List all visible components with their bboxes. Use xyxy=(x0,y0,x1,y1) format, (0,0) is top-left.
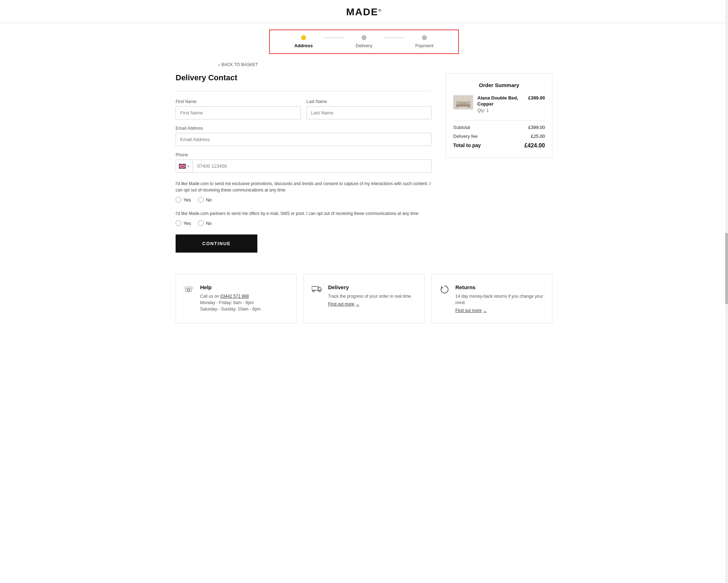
step-payment: Payment xyxy=(405,35,444,48)
returns-card-content: Returns 14 day money-back returns if you… xyxy=(455,284,544,313)
svg-rect-13 xyxy=(457,106,458,108)
consent2-no-text: No xyxy=(206,221,212,226)
consent2-text: I'd like Made.com partners to send me of… xyxy=(176,210,432,217)
form-section: Delivery Contact First Name Last Name Em… xyxy=(176,73,432,253)
consent2-yes-label[interactable]: Yes xyxy=(176,220,191,226)
consent1-yes-text: Yes xyxy=(183,197,191,203)
back-to-basket-label: BACK TO BASKET xyxy=(221,62,258,67)
consent2-radio-row: Yes No xyxy=(176,220,432,226)
steps-box: Address Delivery Payment xyxy=(269,29,459,54)
svg-rect-11 xyxy=(456,101,459,104)
phone-icon: ☏ xyxy=(184,285,194,294)
summary-title: Order Summary xyxy=(453,82,545,88)
consent1-no-text: No xyxy=(206,197,212,203)
step-label-delivery: Delivery xyxy=(356,43,373,48)
summary-item-price: £399.00 xyxy=(528,95,545,101)
returns-icon xyxy=(440,285,449,296)
consent1-radio-row: Yes No xyxy=(176,197,432,203)
svg-rect-12 xyxy=(467,101,470,104)
form-title: Delivery Contact xyxy=(176,73,432,82)
summary-box: Order Summary Alana Double Bed, Copper xyxy=(446,73,552,158)
footer-cards: ☏ Help Call us on 03442 571 888 Monday -… xyxy=(168,274,560,338)
total-label: Total to pay xyxy=(453,142,481,149)
help-phone-number[interactable]: 03442 571 888 xyxy=(220,294,249,299)
consent1-no-radio[interactable] xyxy=(198,197,204,203)
phone-input[interactable] xyxy=(193,160,431,172)
back-chevron-icon: ‹ xyxy=(218,62,220,68)
consent1-section: I'd like Made.com to send me exclusive p… xyxy=(176,180,432,203)
email-group: Email Address xyxy=(176,126,432,146)
help-card-text: Call us on 03442 571 888 Monday - Friday… xyxy=(200,293,261,312)
step-line-2 xyxy=(384,38,405,38)
email-input[interactable] xyxy=(176,133,432,146)
svg-point-17 xyxy=(319,290,321,292)
summary-item-name: Alana Double Bed, Copper xyxy=(477,95,524,107)
consent2-yes-radio[interactable] xyxy=(176,220,181,226)
returns-card-text: 14 day money-back returns if you change … xyxy=(455,293,544,306)
delivery-link-chevron: ⌄ xyxy=(356,302,359,307)
delivery-card-content: Delivery Track the progress of your orde… xyxy=(328,284,412,307)
continue-button[interactable]: CONTINUE xyxy=(176,234,257,253)
consent2-no-radio[interactable] xyxy=(198,220,204,226)
scrollbar-track[interactable] xyxy=(725,0,728,338)
step-delivery: Delivery xyxy=(344,35,384,48)
delivery-label: Delivery fee xyxy=(453,134,478,139)
last-name-input[interactable] xyxy=(306,106,432,119)
summary-item-info: Alana Double Bed, Copper Qty: 1 xyxy=(477,95,524,113)
truck-icon xyxy=(312,285,322,294)
step-dot-delivery xyxy=(362,35,366,40)
first-name-input[interactable] xyxy=(176,106,301,119)
summary-divider xyxy=(453,120,545,120)
returns-card: Returns 14 day money-back returns if you… xyxy=(432,274,552,323)
site-header: MADE® xyxy=(0,0,728,23)
phone-group: Phone ▾ xyxy=(176,152,432,173)
delivery-card-text: Track the progress of your order in real… xyxy=(328,293,412,299)
consent2-yes-text: Yes xyxy=(183,221,191,226)
email-label: Email Address xyxy=(176,126,432,131)
consent2-no-label[interactable]: No xyxy=(198,220,212,226)
checkout-steps: Address Delivery Payment xyxy=(0,23,728,58)
svg-rect-15 xyxy=(312,286,318,290)
bed-icon xyxy=(455,97,471,108)
consent1-no-label[interactable]: No xyxy=(198,197,212,203)
phone-flag-select[interactable]: ▾ xyxy=(176,160,193,172)
help-hours1: Monday - Friday: 8am - 9pm xyxy=(200,300,254,305)
uk-flag-icon xyxy=(179,164,186,169)
consent1-yes-label[interactable]: Yes xyxy=(176,197,191,203)
delivery-find-out-more-link[interactable]: Find out more ⌄ xyxy=(328,302,359,307)
last-name-label: Last Name xyxy=(306,99,432,104)
help-card-content: Help Call us on 03442 571 888 Monday - F… xyxy=(200,284,261,312)
help-card-title: Help xyxy=(200,284,261,290)
summary-item-thumbnail xyxy=(453,95,473,109)
returns-svg xyxy=(440,285,449,294)
delivery-value: £25.00 xyxy=(531,134,545,139)
summary-item-qty: Qty: 1 xyxy=(477,108,524,113)
summary-delivery-line: Delivery fee £25.00 xyxy=(453,134,545,139)
subtotal-value: £399.00 xyxy=(528,125,545,130)
summary-total-line: Total to pay £424.00 xyxy=(453,142,545,149)
returns-card-title: Returns xyxy=(455,284,544,290)
truck-svg xyxy=(312,285,322,292)
step-dot-address xyxy=(301,35,306,40)
svg-point-16 xyxy=(313,290,315,292)
returns-link-chevron: ⌄ xyxy=(483,308,487,313)
step-dot-payment xyxy=(422,35,427,40)
delivery-find-out-more-label: Find out more xyxy=(328,302,354,307)
consent1-yes-radio[interactable] xyxy=(176,197,181,203)
delivery-card: Delivery Track the progress of your orde… xyxy=(304,274,424,323)
name-row: First Name Last Name xyxy=(176,99,432,119)
help-card: ☏ Help Call us on 03442 571 888 Monday -… xyxy=(176,274,296,323)
total-value: £424.00 xyxy=(524,142,545,149)
scrollbar-thumb[interactable] xyxy=(725,233,728,304)
help-call-label: Call us on xyxy=(200,294,219,299)
svg-rect-8 xyxy=(179,166,186,167)
delivery-card-title: Delivery xyxy=(328,284,412,290)
back-to-basket-link[interactable]: ‹ BACK TO BASKET xyxy=(218,62,510,68)
phone-flag-chevron: ▾ xyxy=(187,164,189,168)
step-label-address: Address xyxy=(294,43,313,48)
summary-subtotal-line: Subtotal £399.00 xyxy=(453,125,545,130)
first-name-label: First Name xyxy=(176,99,301,104)
returns-find-out-more-link[interactable]: Find out more ⌄ xyxy=(455,308,487,313)
phone-label: Phone xyxy=(176,152,432,157)
summary-item-row: Alana Double Bed, Copper Qty: 1 £399.00 xyxy=(453,95,545,113)
